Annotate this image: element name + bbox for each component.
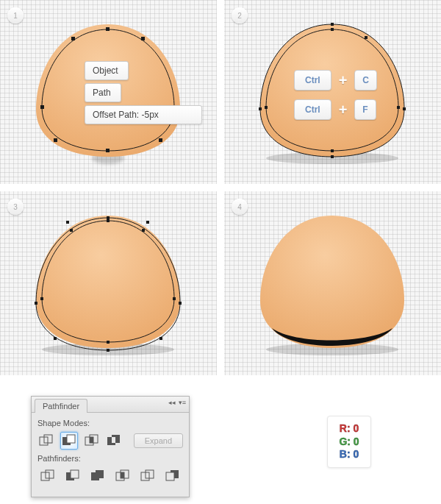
menu-item-path[interactable]: Path xyxy=(85,83,121,102)
plus-icon: + xyxy=(339,72,348,89)
context-menu: Object Path Offset Path: -5px xyxy=(85,61,202,124)
shortcut-hints: Ctrl + C Ctrl + F xyxy=(294,70,377,120)
intersect-icon[interactable] xyxy=(82,432,101,450)
svg-rect-12 xyxy=(403,107,406,110)
svg-rect-23 xyxy=(40,297,43,300)
svg-rect-41 xyxy=(90,437,93,443)
svg-rect-6 xyxy=(54,138,57,142)
panel-titlebar[interactable]: Pathfinder ◂◂ ▾≡ xyxy=(32,397,189,413)
expand-button[interactable]: Expand xyxy=(134,433,183,448)
step-number: 3 xyxy=(7,199,24,215)
svg-rect-15 xyxy=(265,106,268,109)
svg-rect-57 xyxy=(166,472,174,480)
rgb-r: R: 0 xyxy=(332,422,366,436)
egg-shape xyxy=(250,205,415,359)
svg-rect-17 xyxy=(331,149,334,152)
svg-rect-31 xyxy=(66,221,69,224)
exclude-icon[interactable] xyxy=(105,432,123,450)
shape-modes-label: Shape Modes: xyxy=(37,419,183,427)
svg-rect-38 xyxy=(67,435,75,443)
minus-front-icon[interactable] xyxy=(60,432,79,450)
divide-icon[interactable] xyxy=(37,467,58,485)
svg-rect-13 xyxy=(331,155,334,158)
rgb-g: G: 0 xyxy=(332,436,366,449)
outline-icon[interactable] xyxy=(137,467,158,485)
step-panel-4: 4 xyxy=(224,191,441,375)
svg-rect-18 xyxy=(365,36,368,39)
tutorial-grid: 1 Object Path Offset Path: -5px xyxy=(0,0,441,375)
menu-item-object[interactable]: Object xyxy=(85,61,129,80)
svg-rect-29 xyxy=(159,337,162,340)
step-panel-1: 1 Object Path Offset Path: -5px xyxy=(0,0,217,184)
shape-modes-row: Expand xyxy=(37,432,183,450)
menu-item-offset-path[interactable]: Offset Path: -5px xyxy=(85,105,202,124)
svg-rect-32 xyxy=(146,221,149,224)
svg-rect-7 xyxy=(159,138,162,142)
key-ctrl: Ctrl xyxy=(294,70,331,90)
svg-rect-16 xyxy=(397,106,400,109)
svg-rect-14 xyxy=(331,28,334,31)
svg-rect-1 xyxy=(106,27,110,31)
tab-pathfinder[interactable]: Pathfinder xyxy=(35,399,87,413)
step-number: 2 xyxy=(232,7,248,24)
egg-shape xyxy=(26,205,191,359)
svg-rect-2 xyxy=(71,37,75,40)
svg-rect-8 xyxy=(106,149,110,152)
svg-rect-33 xyxy=(107,216,110,219)
step-number: 1 xyxy=(7,7,24,24)
key-ctrl: Ctrl xyxy=(294,99,331,120)
svg-rect-48 xyxy=(71,470,79,478)
shortcut-paste-front: Ctrl + F xyxy=(294,99,377,120)
divider xyxy=(217,0,224,375)
step-panel-2: 2 Ctrl + C xyxy=(224,0,441,184)
svg-rect-26 xyxy=(35,302,37,305)
unite-icon[interactable] xyxy=(37,432,56,450)
svg-rect-11 xyxy=(259,107,262,110)
svg-rect-50 xyxy=(96,470,104,478)
svg-rect-25 xyxy=(107,341,110,344)
pathfinders-row xyxy=(37,467,183,485)
rgb-b: B: 0 xyxy=(332,448,366,461)
bottom-section: Pathfinder ◂◂ ▾≡ Shape Modes: xyxy=(0,375,441,504)
panel-menu-icon[interactable]: ▾≡ xyxy=(179,399,186,406)
svg-rect-21 xyxy=(70,229,73,232)
step-panel-3: 3 xyxy=(0,191,217,375)
trim-icon[interactable] xyxy=(62,467,83,485)
svg-rect-24 xyxy=(173,297,176,300)
panel-collapse-icon[interactable]: ◂◂ xyxy=(168,399,176,406)
shortcut-copy: Ctrl + C xyxy=(294,70,377,90)
svg-rect-28 xyxy=(54,337,57,340)
svg-rect-44 xyxy=(112,437,115,443)
key-c: C xyxy=(354,70,377,90)
crop-icon[interactable] xyxy=(112,467,133,485)
step-number: 4 xyxy=(232,199,248,215)
svg-rect-22 xyxy=(142,229,145,232)
rgb-values: R: 0 G: 0 B: 0 xyxy=(327,416,371,468)
plus-icon: + xyxy=(339,102,348,118)
svg-rect-10 xyxy=(331,23,334,26)
svg-rect-53 xyxy=(121,472,124,478)
minus-back-icon[interactable] xyxy=(162,467,183,485)
svg-rect-27 xyxy=(179,302,182,305)
merge-icon[interactable] xyxy=(87,467,108,485)
pathfinders-label: Pathfinders: xyxy=(37,454,183,463)
svg-rect-20 xyxy=(107,219,110,222)
svg-rect-4 xyxy=(40,105,44,109)
svg-rect-30 xyxy=(107,349,110,352)
pathfinder-panel[interactable]: Pathfinder ◂◂ ▾≡ Shape Modes: xyxy=(31,396,190,497)
key-f: F xyxy=(354,99,376,120)
svg-rect-3 xyxy=(141,37,145,40)
